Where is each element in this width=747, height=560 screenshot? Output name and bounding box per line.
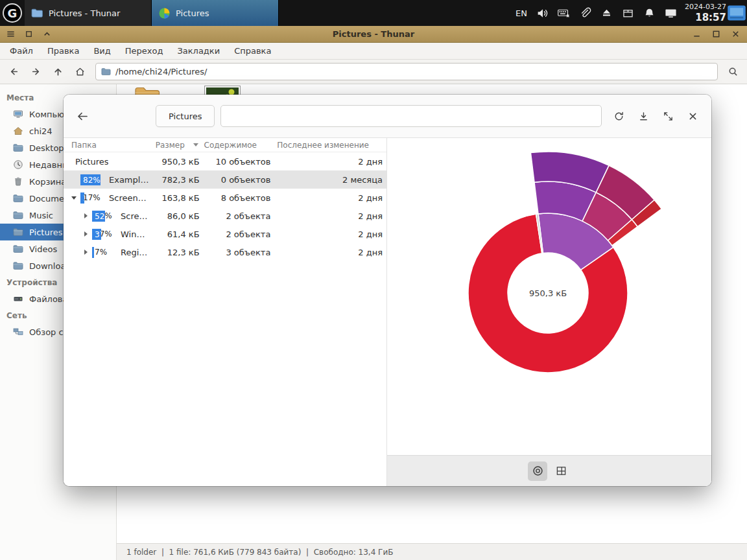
- save-button[interactable]: [632, 105, 654, 127]
- table-row[interactable]: 37%37%Win…61,4 кБ2 объекта2 дня: [64, 225, 386, 243]
- expander-icon[interactable]: [80, 247, 91, 257]
- window-shade-button[interactable]: [42, 29, 52, 40]
- table-row[interactable]: Pictures950,3 кБ10 объектов2 дня: [64, 152, 386, 170]
- contents-cell: 2 объекта: [202, 229, 274, 239]
- modified-cell: 2 дня: [274, 211, 386, 221]
- expander-icon[interactable]: [69, 192, 79, 203]
- percent-fill: 37%: [92, 229, 101, 240]
- clip-tray-button[interactable]: [578, 6, 591, 19]
- recent-icon: [13, 159, 23, 170]
- location-bar[interactable]: [95, 63, 718, 80]
- column-header-label: Содержимое: [204, 141, 257, 150]
- computer-icon: [13, 109, 23, 119]
- search-button[interactable]: [724, 63, 742, 81]
- column-header-2[interactable]: Размер: [151, 138, 202, 152]
- expander-icon[interactable]: [80, 211, 91, 221]
- home-toolbar-icon: [75, 66, 86, 77]
- window-pin-button[interactable]: [23, 29, 34, 40]
- clock-date: 2024-03-27: [685, 3, 726, 11]
- chart-footer: [387, 455, 711, 486]
- thunar-titlebar[interactable]: Pictures - Thunar: [0, 26, 747, 43]
- session-button[interactable]: [726, 5, 747, 21]
- treemap-chart-toggle-button[interactable]: [551, 461, 571, 481]
- menubar-item-6[interactable]: Справка: [227, 43, 278, 59]
- modified-cell: 2 дня: [274, 248, 386, 257]
- panel-clock[interactable]: 2024-03-27 18:57: [685, 3, 726, 23]
- baobab-back-button[interactable]: [71, 105, 93, 127]
- expand-button[interactable]: [657, 105, 679, 127]
- back-arrow-icon: [76, 111, 89, 122]
- folder-cell: 52%52%Scre…: [64, 207, 151, 225]
- menubar-item-2[interactable]: Правка: [40, 43, 86, 59]
- thunar-menubar: ФайлПравкаВидПереходЗакладкиСправка: [0, 43, 747, 60]
- menubar-item-3[interactable]: Вид: [86, 43, 117, 59]
- location-button-label: Pictures: [169, 111, 202, 121]
- folder-name: Screen…: [109, 193, 147, 203]
- home-button[interactable]: [71, 63, 89, 81]
- sort-indicator-icon: [193, 143, 198, 146]
- column-header-3[interactable]: Содержимое: [202, 138, 274, 152]
- column-header-label: Размер: [156, 141, 185, 150]
- table-row[interactable]: 82%82%Exampl…782,3 кБ0 объектов2 месяца: [64, 170, 386, 189]
- back-button[interactable]: [5, 63, 23, 81]
- refresh-button[interactable]: [608, 105, 630, 127]
- percent-label-inverse: 37%: [95, 230, 101, 239]
- folder-name: Scre…: [121, 211, 147, 221]
- close-icon: [687, 111, 698, 122]
- folder-tree-pane: ПапкаРазмерСодержимоеПоследнее изменение…: [64, 138, 387, 486]
- modified-cell: 2 месяца: [274, 175, 386, 185]
- display-icon: [665, 7, 677, 19]
- thunar-statusbar: 1 folder | 1 file: 761,6 КиБ (779 843 ба…: [117, 543, 747, 560]
- menubar-item-1[interactable]: Файл: [3, 43, 40, 59]
- clock-time: 18:57: [685, 12, 726, 23]
- rings-chart-toggle-button[interactable]: [528, 461, 547, 481]
- location-input[interactable]: [115, 67, 712, 76]
- applications-menu-button[interactable]: G: [3, 3, 22, 23]
- table-row[interactable]: 17%17%Screen…163,8 кБ8 объектов2 дня: [64, 189, 386, 207]
- menu-icon: [6, 29, 16, 39]
- clip-icon: [579, 7, 591, 19]
- table-row[interactable]: 7%7%Regi…12,3 кБ3 объекта2 дня: [64, 243, 386, 261]
- eject-tray-button[interactable]: [600, 6, 613, 19]
- sidebar-item-label: Корзина: [29, 177, 66, 187]
- percent-fill: 52%: [92, 211, 105, 222]
- size-cell: 950,3 кБ: [151, 157, 202, 167]
- close-button[interactable]: [682, 105, 704, 127]
- bell-tray-button[interactable]: [643, 6, 656, 19]
- sidebar-item-label: chi24: [29, 126, 53, 136]
- close-window-icon: [731, 29, 741, 39]
- forward-icon: [30, 66, 42, 77]
- taskbar-button-2[interactable]: Pictures: [152, 0, 279, 26]
- expander-icon[interactable]: [80, 229, 91, 239]
- folder-icon: [13, 244, 23, 254]
- volume-tray-button[interactable]: [536, 6, 549, 19]
- sidebar-item-label: Pictures: [29, 228, 62, 237]
- forward-button[interactable]: [27, 63, 45, 81]
- keyboard-tray-button[interactable]: [557, 6, 570, 19]
- percent-label: 17%: [83, 193, 101, 202]
- baobab-location-button[interactable]: Pictures: [156, 105, 215, 127]
- maximize-button[interactable]: [711, 29, 721, 40]
- package-tray-button[interactable]: [621, 6, 634, 19]
- keyboard-layout-indicator[interactable]: EN: [516, 8, 527, 18]
- table-row[interactable]: 52%52%Scre…86,0 кБ2 объекта2 дня: [64, 207, 386, 225]
- minimize-button[interactable]: [691, 29, 702, 40]
- percent-fill: 7%: [92, 247, 94, 258]
- window-menu-button[interactable]: [5, 29, 16, 40]
- up-button[interactable]: [49, 63, 67, 81]
- home-icon: [13, 126, 23, 136]
- chart-center-label: 950,3 кБ: [529, 288, 567, 298]
- baobab-body: ПапкаРазмерСодержимоеПоследнее изменение…: [64, 138, 711, 486]
- column-header-1[interactable]: Папка: [64, 138, 151, 152]
- baobab-location-entry[interactable]: [220, 105, 602, 127]
- baobab-headerbar: Pictures: [64, 95, 711, 138]
- taskbar-button-1[interactable]: Pictures - Thunar: [25, 0, 152, 26]
- menubar-item-4[interactable]: Переход: [118, 43, 171, 59]
- column-header-label: Папка: [71, 141, 97, 150]
- column-header-4[interactable]: Последнее изменение: [274, 138, 386, 152]
- taskbar: Pictures - ThunarPictures: [25, 0, 279, 26]
- folder-name: Regi…: [121, 248, 147, 257]
- close-button[interactable]: [730, 29, 741, 40]
- menubar-item-5[interactable]: Закладки: [170, 43, 227, 59]
- display-tray-button[interactable]: [664, 6, 677, 19]
